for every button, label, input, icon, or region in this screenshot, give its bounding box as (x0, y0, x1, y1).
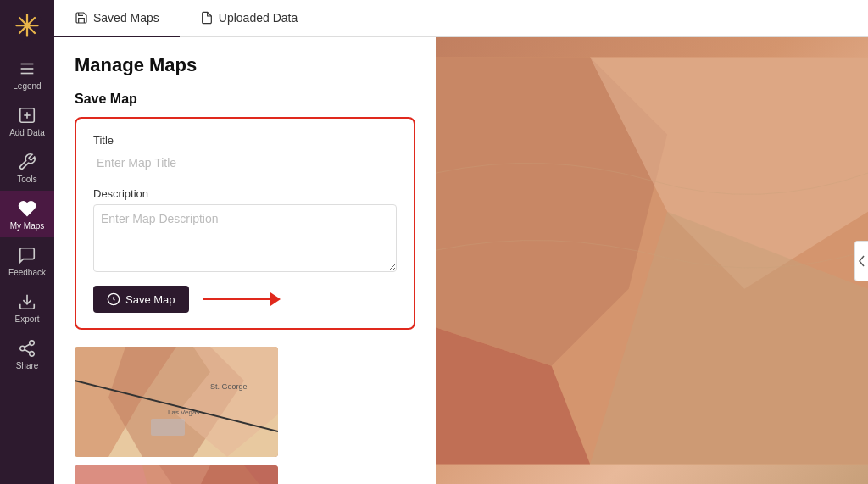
sidebar-item-feedback[interactable]: Feedback (0, 237, 54, 284)
save-map-button-label: Save Map (125, 293, 175, 306)
description-label: Description (93, 187, 397, 200)
sidebar-item-legend[interactable]: Legend (0, 51, 54, 97)
sidebar-item-share-label: Share (16, 361, 39, 370)
saved-maps-icon (75, 11, 88, 25)
tab-uploaded-data-label: Uploaded Data (219, 11, 298, 25)
tab-uploaded-data[interactable]: Uploaded Data (180, 0, 318, 37)
description-textarea[interactable] (93, 204, 397, 272)
sidebar-item-share[interactable]: Share (0, 331, 54, 377)
uploaded-data-icon (200, 11, 214, 25)
svg-point-13 (30, 341, 35, 346)
tab-saved-maps-label: Saved Maps (93, 11, 159, 25)
svg-line-16 (25, 349, 30, 353)
sidebar-item-legend-label: Legend (13, 81, 41, 91)
sidebar-item-add-data[interactable]: Add Data (0, 97, 54, 144)
sidebar: Legend Add Data Tools My Maps Feedback (0, 0, 54, 484)
svg-text:St. George: St. George (210, 382, 248, 391)
sidebar-item-my-maps[interactable]: My Maps (0, 191, 54, 237)
title-label: Title (93, 134, 397, 147)
sidebar-item-tools-label: Tools (17, 175, 36, 184)
sidebar-item-feedback-label: Feedback (8, 268, 46, 277)
collapse-panel-button[interactable] (854, 241, 868, 281)
svg-text:Las Vegas: Las Vegas (168, 409, 199, 416)
map-thumbnail-1[interactable]: St. George Las Vegas (75, 347, 278, 457)
main-area: Saved Maps Uploaded Data Manage Maps Sav… (54, 0, 868, 484)
svg-point-14 (20, 346, 25, 351)
save-map-button[interactable]: Save Map (93, 286, 189, 313)
tab-bar: Saved Maps Uploaded Data (54, 0, 868, 37)
svg-line-17 (25, 344, 30, 348)
save-icon (107, 292, 120, 306)
arrow-hint (203, 292, 281, 306)
map-background (436, 37, 868, 484)
sidebar-item-tools[interactable]: Tools (0, 144, 54, 191)
sidebar-item-add-data-label: Add Data (9, 128, 45, 137)
svg-point-15 (30, 352, 35, 357)
content-area: Manage Maps Save Map Title Description S… (54, 37, 868, 484)
svg-rect-26 (151, 419, 185, 436)
title-input[interactable] (93, 151, 397, 175)
svg-point-5 (24, 22, 30, 28)
sidebar-item-export[interactable]: Export (0, 284, 54, 331)
page-title: Manage Maps (75, 54, 415, 76)
sidebar-item-my-maps-label: My Maps (10, 221, 45, 231)
sidebar-item-export-label: Export (15, 314, 40, 324)
left-panel: Manage Maps Save Map Title Description S… (54, 37, 436, 484)
map-panel (436, 37, 868, 484)
save-section-title: Save Map (75, 92, 415, 107)
map-thumbnail-2[interactable]: Clarkdale (75, 465, 278, 484)
app-logo[interactable] (0, 0, 54, 51)
tab-saved-maps[interactable]: Saved Maps (54, 0, 180, 37)
save-form: Title Description Save Map (75, 117, 415, 330)
